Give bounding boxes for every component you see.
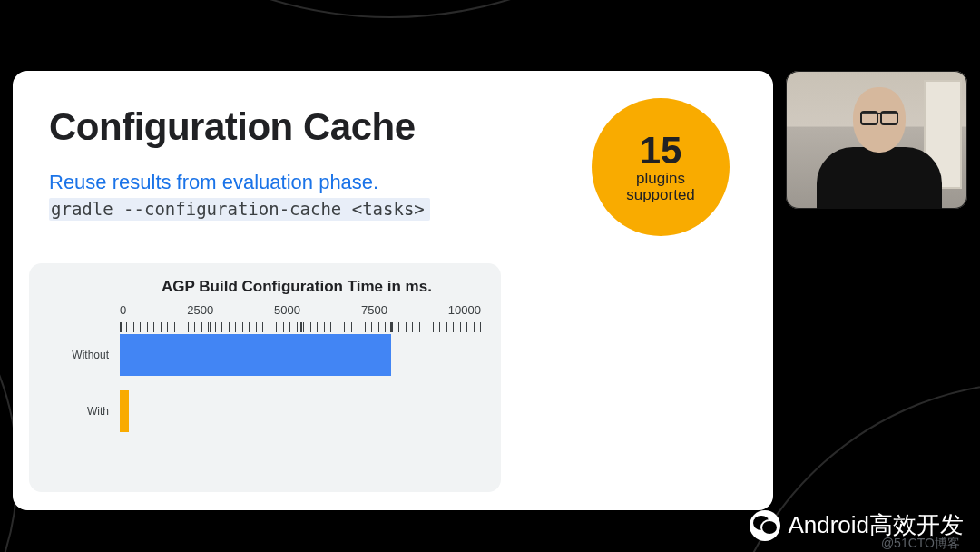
watermark-sub: @51CTO博客 (881, 536, 960, 552)
tick-label: 7500 (361, 303, 387, 317)
glasses-icon (860, 113, 898, 123)
bar-row-without: Without (44, 334, 481, 376)
tick-label: 5000 (274, 303, 300, 317)
bar-without (120, 334, 391, 376)
tick-label: 0 (120, 303, 126, 317)
presenter-body (817, 147, 942, 209)
bar-group: Without With (44, 334, 481, 432)
bar-label: With (44, 405, 120, 418)
chart-card: AGP Build Configuration Time in ms. 0 25… (29, 263, 501, 492)
bar-row-with: With (44, 390, 481, 432)
badge-number: 15 (640, 131, 682, 171)
tick-label: 10000 (448, 303, 481, 317)
plugins-badge: 15 plugins supported (592, 98, 730, 236)
wechat-icon (750, 510, 780, 541)
decorative-arc (0, 0, 799, 18)
code-snippet: gradle --configuration-cache <tasks> (49, 198, 430, 221)
bar-label: Without (44, 349, 120, 361)
tick-label: 2500 (187, 303, 213, 317)
presenter-webcam (786, 71, 967, 209)
axis-tick-labels: 0 2500 5000 7500 10000 (44, 303, 481, 316)
badge-label: plugins supported (626, 171, 695, 203)
bar-with (120, 390, 129, 432)
slide-card: Configuration Cache Reuse results from e… (13, 71, 773, 510)
chart-title: AGP Build Configuration Time in ms. (113, 278, 481, 296)
axis-ruler (120, 322, 481, 332)
